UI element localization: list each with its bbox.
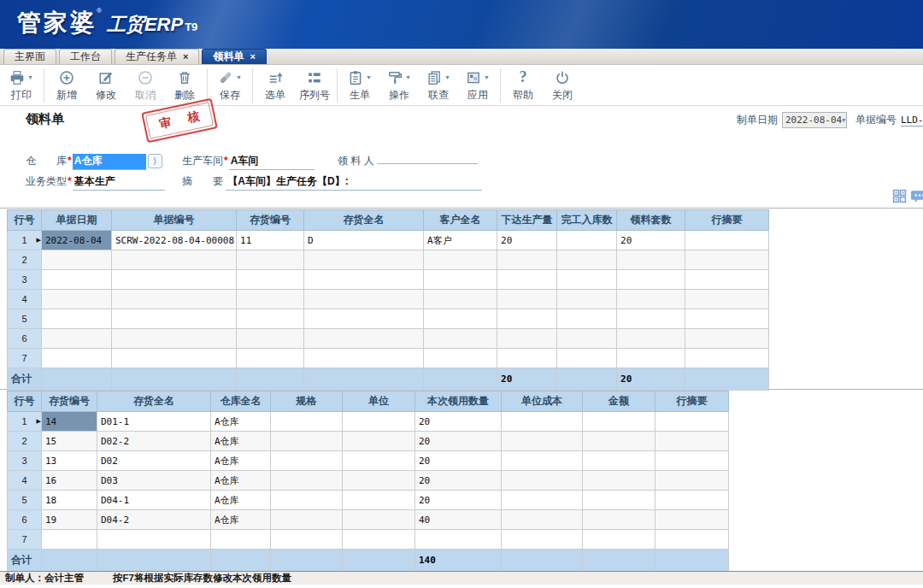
cell[interactable]: 20 bbox=[415, 412, 502, 432]
cell[interactable] bbox=[343, 471, 415, 491]
cell[interactable]: D02 bbox=[97, 451, 211, 471]
cell[interactable] bbox=[497, 250, 557, 270]
cell[interactable] bbox=[557, 270, 617, 290]
cell[interactable] bbox=[685, 270, 769, 290]
cell[interactable] bbox=[304, 270, 424, 290]
cell[interactable] bbox=[685, 349, 769, 368]
cell[interactable] bbox=[112, 329, 237, 349]
cell[interactable] bbox=[304, 250, 424, 270]
row-number-cell[interactable]: 5 bbox=[8, 309, 42, 329]
cell[interactable]: 15 bbox=[42, 432, 97, 451]
cell[interactable] bbox=[112, 290, 237, 309]
cell[interactable]: D02-2 bbox=[97, 432, 211, 451]
operations-button[interactable]: ▼操作 bbox=[379, 68, 419, 103]
cell[interactable]: 11 bbox=[237, 231, 304, 250]
cell[interactable] bbox=[502, 412, 583, 432]
cell[interactable] bbox=[42, 250, 112, 270]
help-button[interactable]: ?帮助 bbox=[503, 68, 543, 103]
generate-order-button[interactable]: ▼生单 bbox=[340, 68, 379, 103]
cell[interactable] bbox=[237, 349, 304, 368]
save-button[interactable]: ▼保存 bbox=[210, 68, 250, 103]
cell[interactable] bbox=[112, 349, 237, 368]
dropdown-caret-icon[interactable]: ▼ bbox=[405, 74, 411, 80]
cell[interactable] bbox=[617, 349, 685, 368]
cell[interactable] bbox=[42, 530, 97, 550]
row-number-cell[interactable]: 7 bbox=[8, 349, 42, 368]
column-header[interactable]: 规格 bbox=[271, 391, 343, 412]
column-header[interactable]: 单据日期 bbox=[42, 210, 112, 231]
column-header[interactable]: 仓库全名 bbox=[211, 391, 271, 412]
cell[interactable] bbox=[237, 250, 304, 270]
cell[interactable]: 2022-08-04 bbox=[42, 231, 112, 250]
tab-production-task[interactable]: 生产任务单× bbox=[115, 49, 199, 64]
cell[interactable] bbox=[583, 412, 656, 432]
cell[interactable] bbox=[557, 349, 617, 368]
biztype-input[interactable]: 基本生产 bbox=[73, 174, 165, 191]
cell[interactable] bbox=[557, 250, 617, 270]
cell[interactable] bbox=[685, 250, 769, 270]
cell[interactable] bbox=[343, 530, 415, 550]
cell[interactable] bbox=[42, 309, 112, 329]
column-header[interactable]: 下达生产量 bbox=[497, 210, 557, 231]
cell[interactable] bbox=[42, 270, 112, 290]
tab-close-icon[interactable]: × bbox=[250, 51, 255, 62]
row-number-cell[interactable]: 4 bbox=[8, 290, 42, 309]
cell[interactable] bbox=[617, 309, 685, 329]
cell[interactable] bbox=[685, 329, 769, 349]
cell[interactable] bbox=[343, 510, 415, 530]
cell[interactable] bbox=[42, 290, 112, 309]
cell[interactable]: 20 bbox=[415, 451, 502, 471]
dropdown-caret-icon[interactable]: ▼ bbox=[236, 74, 242, 80]
cell[interactable]: A仓库 bbox=[211, 412, 271, 432]
column-header[interactable]: 存货全名 bbox=[304, 210, 424, 231]
cell[interactable]: A仓库 bbox=[211, 471, 271, 491]
cell[interactable] bbox=[656, 412, 729, 432]
cell[interactable]: SCRW-2022-08-04-00008 bbox=[112, 231, 237, 250]
cell[interactable]: 16 bbox=[42, 471, 97, 491]
cell[interactable] bbox=[237, 270, 304, 290]
column-header[interactable]: 行号 bbox=[8, 391, 42, 412]
cell[interactable] bbox=[112, 309, 237, 329]
serial-number-button[interactable]: 序列号 bbox=[295, 68, 334, 103]
cell[interactable] bbox=[656, 451, 729, 471]
cell[interactable] bbox=[685, 290, 769, 309]
cell[interactable] bbox=[502, 471, 583, 491]
add-button[interactable]: 新增 bbox=[47, 68, 86, 103]
row-number-cell[interactable]: 7 bbox=[8, 530, 42, 550]
cell[interactable] bbox=[497, 309, 557, 329]
cell[interactable] bbox=[271, 432, 343, 451]
column-header[interactable]: 存货编号 bbox=[237, 210, 304, 231]
picker-input[interactable] bbox=[377, 162, 478, 164]
cell[interactable]: 18 bbox=[42, 491, 97, 510]
cell[interactable] bbox=[502, 510, 583, 530]
cell[interactable] bbox=[97, 530, 211, 550]
cell[interactable]: A仓库 bbox=[211, 510, 271, 530]
cell[interactable] bbox=[557, 309, 617, 329]
workshop-input[interactable]: A车间 bbox=[229, 154, 315, 170]
cell[interactable] bbox=[502, 491, 583, 510]
tab-material-requisition[interactable]: 领料单× bbox=[202, 49, 266, 64]
column-header[interactable]: 存货编号 bbox=[42, 391, 97, 412]
cell[interactable] bbox=[211, 530, 271, 550]
cell[interactable] bbox=[424, 349, 497, 368]
cell[interactable] bbox=[271, 471, 343, 491]
cell[interactable] bbox=[656, 491, 729, 510]
linked-query-button[interactable]: ▼联查 bbox=[419, 68, 458, 103]
cell[interactable] bbox=[304, 349, 424, 368]
row-number-cell[interactable]: 2 bbox=[8, 250, 42, 270]
cell[interactable] bbox=[424, 290, 497, 309]
cell[interactable]: 20 bbox=[497, 231, 557, 250]
cell[interactable] bbox=[304, 290, 424, 309]
cell[interactable] bbox=[497, 290, 557, 309]
cell[interactable]: 20 bbox=[415, 432, 502, 451]
cell[interactable] bbox=[656, 471, 729, 491]
comment-icon[interactable] bbox=[910, 189, 923, 203]
cell[interactable] bbox=[237, 309, 304, 329]
cell[interactable] bbox=[343, 412, 415, 432]
row-number-cell[interactable]: 1▶ bbox=[8, 231, 42, 250]
cell[interactable]: D03 bbox=[97, 471, 211, 491]
cell[interactable] bbox=[304, 329, 424, 349]
row-number-cell[interactable]: 6 bbox=[8, 329, 42, 349]
cell[interactable]: 19 bbox=[42, 510, 97, 530]
cell[interactable]: 20 bbox=[415, 471, 502, 491]
